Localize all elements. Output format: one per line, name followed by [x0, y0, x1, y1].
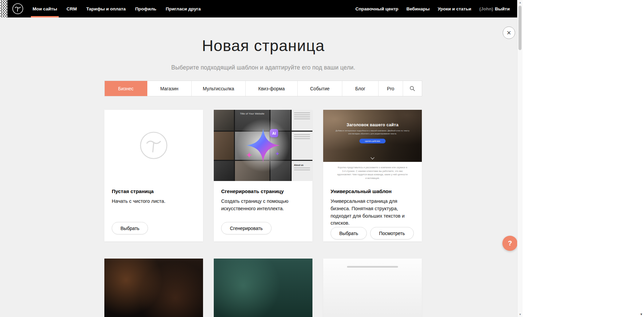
template-card-partial[interactable] — [323, 259, 422, 317]
tab-quiz-form[interactable]: Квиз-форма — [246, 81, 298, 96]
tilda-logo[interactable] — [12, 3, 24, 15]
nav-item-profile[interactable]: Профиль — [131, 0, 161, 17]
app-viewport: Мои сайты CRM Тарифы и оплата Профиль Пр… — [0, 0, 523, 317]
page-subtitle: Выберите подходящий шаблон и адаптируйте… — [104, 64, 422, 71]
user-name: (John) — [479, 6, 493, 11]
card-actions: Выбрать — [112, 222, 196, 234]
ai-badge: AI — [270, 129, 278, 137]
template-grid-row1: Пустая страница Начать с чистого листа. … — [104, 110, 422, 241]
tab-pro[interactable]: Pro — [379, 81, 403, 96]
new-page-dialog: Новая страница Выберите подходящий шабло… — [104, 17, 422, 317]
nav-item-tariffs[interactable]: Тарифы и оплата — [82, 0, 131, 17]
main-nav: Мои сайты CRM Тарифы и оплата Профиль Пр… — [28, 0, 205, 17]
tab-search[interactable] — [403, 81, 422, 96]
logout-label: Выйти — [495, 6, 510, 11]
small-sparkle-icon — [246, 152, 252, 158]
logout-link[interactable]: (John) Выйти — [475, 0, 514, 17]
zigzag-pattern — [0, 0, 7, 17]
nav-item-lessons[interactable]: Уроки и статьи — [434, 0, 475, 17]
card-title: Сгенерировать страницу — [221, 188, 305, 194]
preview-heading: Заголовок вашего сайта — [323, 123, 422, 127]
tab-business[interactable]: Бизнес — [105, 81, 147, 96]
small-sparkle-icon — [275, 151, 280, 156]
top-navbar: Мои сайты CRM Тарифы и оплата Профиль Пр… — [0, 0, 523, 17]
preview-body-section: Коротко представьтесь и расскажите о ком… — [323, 162, 422, 181]
template-card-partial[interactable] — [104, 259, 203, 317]
nav-item-help-center[interactable]: Справочный центр — [351, 0, 402, 17]
tab-blog[interactable]: Блог — [342, 81, 379, 96]
template-card-blank[interactable]: Пустая страница Начать с чистого листа. … — [104, 110, 203, 241]
card-actions: Выбрать Посмотреть — [331, 227, 414, 239]
card-description: Начать с чистого листа. — [112, 198, 196, 205]
template-grid-row2 — [104, 259, 422, 317]
preview-subheading: Добавьте интересные подробности о вашей … — [335, 129, 410, 136]
outer-scrollbar-down-arrow[interactable]: ▼ — [639, 312, 644, 317]
close-icon: × — [507, 29, 511, 37]
scrollbar-thumb[interactable] — [518, 6, 522, 50]
universal-template-preview: Заголовок вашего сайта Добавьте интересн… — [323, 110, 422, 181]
scrollbar-down-arrow[interactable]: ▼ — [517, 312, 523, 317]
card-info: Универсальный шаблон Универсальная стран… — [323, 181, 422, 246]
card-description: Создать страницу с помощью искусственног… — [221, 198, 305, 213]
choose-button[interactable]: Выбрать — [112, 222, 148, 234]
ai-sparkle-overlay: AI — [214, 110, 312, 181]
card-description: Универсальная страница для бизнеса. Поня… — [331, 198, 414, 227]
tab-event[interactable]: Событие — [298, 81, 342, 96]
help-button[interactable]: ? — [502, 236, 517, 251]
search-icon — [409, 86, 415, 91]
close-button[interactable]: × — [503, 27, 515, 39]
preview-cta-button: сделать действие — [359, 139, 386, 143]
choose-button[interactable]: Выбрать — [331, 227, 367, 239]
template-card-ai-generate[interactable]: Title of Your Website — [214, 110, 312, 241]
card-info: Сгенерировать страницу Создать страницу … — [214, 181, 312, 241]
ai-collage-preview: Title of Your Website — [214, 110, 312, 181]
nav-item-webinars[interactable]: Вебинары — [402, 0, 434, 17]
chevron-down-icon — [370, 155, 374, 159]
preview-body-text: Коротко представьтесь и расскажите о ком… — [337, 166, 408, 180]
tab-multilink[interactable]: Мультиссылка — [192, 81, 246, 96]
template-category-tabs: Бизнес Магазин Мультиссылка Квиз-форма С… — [104, 81, 422, 96]
template-card-partial[interactable] — [214, 259, 312, 317]
nav-item-invite-friend[interactable]: Пригласи друга — [161, 0, 205, 17]
blank-page-preview — [104, 110, 203, 181]
card-title: Пустая страница — [112, 188, 196, 194]
secondary-nav: Справочный центр Вебинары Уроки и статьи… — [351, 0, 523, 17]
nav-item-crm[interactable]: CRM — [62, 0, 82, 17]
tab-shop[interactable]: Магазин — [147, 81, 192, 96]
scrollbar-up-arrow[interactable]: ▲ — [517, 0, 523, 5]
nav-item-my-sites[interactable]: Мои сайты — [28, 0, 62, 17]
card-title: Универсальный шаблон — [331, 188, 414, 194]
question-mark-icon: ? — [508, 239, 512, 247]
card-info: Пустая страница Начать с чистого листа. … — [104, 181, 203, 241]
view-button[interactable]: Посмотреть — [370, 227, 413, 239]
tilda-watermark-icon — [139, 131, 168, 160]
template-card-universal[interactable]: Заголовок вашего сайта Добавьте интересн… — [323, 110, 422, 241]
vertical-scrollbar[interactable]: ▲ ▼ — [517, 0, 523, 317]
card-actions: Сгенерировать — [221, 222, 305, 234]
page-title: Новая страница — [104, 36, 422, 55]
generate-button[interactable]: Сгенерировать — [221, 222, 271, 234]
preview-hero-section: Заголовок вашего сайта Добавьте интересн… — [323, 110, 422, 162]
